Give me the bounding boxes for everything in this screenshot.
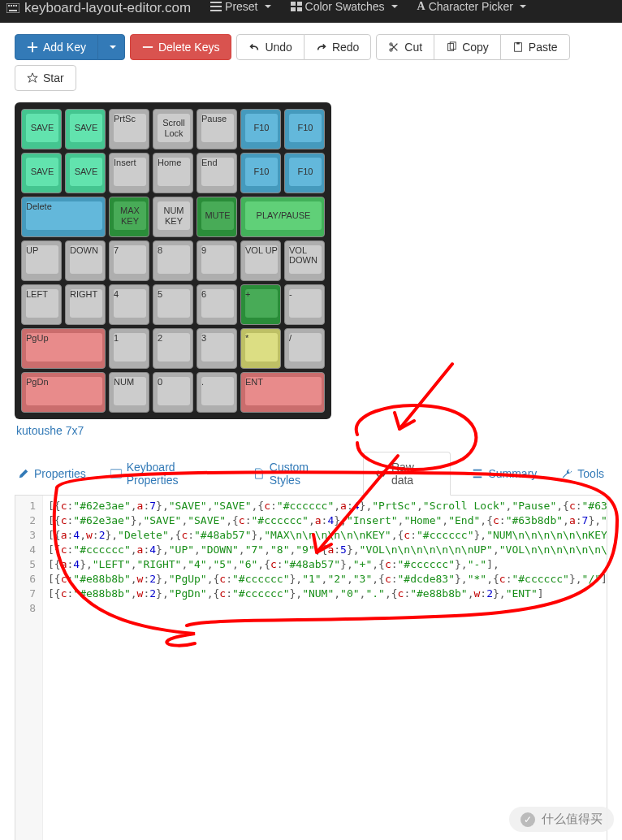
tab-kbdprops-label: Keyboard Properties — [127, 461, 229, 487]
key[interactable]: Delete — [21, 197, 106, 237]
tab-properties-label: Properties — [34, 467, 86, 480]
key[interactable]: / — [284, 328, 325, 369]
key[interactable]: - — [284, 284, 325, 325]
delete-keys-button[interactable]: Delete Keys — [130, 34, 231, 60]
add-key-dropdown[interactable] — [97, 34, 125, 60]
tab-properties[interactable]: Properties — [15, 452, 89, 495]
key[interactable]: 0 — [153, 372, 193, 413]
key[interactable]: SAVE — [21, 153, 62, 193]
tab-summary[interactable]: Summary — [469, 452, 540, 495]
key[interactable]: PLAY/PAUSE — [240, 197, 325, 237]
key-label: End — [201, 158, 218, 167]
key[interactable]: SAVE — [65, 153, 106, 193]
key[interactable]: 4 — [109, 284, 149, 325]
keyboard-area: SAVESAVEPrtScScroll LockPauseF10F10SAVES… — [15, 102, 607, 437]
key[interactable]: SAVE — [65, 109, 106, 149]
key[interactable]: * — [240, 328, 281, 369]
redo-button[interactable]: Redo — [304, 34, 371, 60]
keyboard[interactable]: SAVESAVEPrtScScroll LockPauseF10F10SAVES… — [15, 102, 331, 419]
key[interactable]: 6 — [197, 284, 237, 325]
key[interactable]: PgUp — [21, 328, 106, 369]
key[interactable]: 8 — [153, 240, 193, 281]
add-key-button[interactable]: Add Key — [15, 34, 98, 60]
nav-swatches-label: Color Swatches — [305, 0, 385, 13]
add-key-label: Add Key — [43, 41, 86, 54]
key[interactable]: UP — [21, 240, 62, 281]
key-label: F10 — [298, 123, 313, 132]
key[interactable]: MUTE — [197, 197, 237, 237]
key[interactable]: VOL UP — [240, 240, 281, 281]
key-label: UP — [26, 245, 38, 255]
key[interactable]: Scroll Lock — [153, 109, 193, 149]
tab-custom-styles[interactable]: Custom Styles — [250, 452, 345, 495]
key[interactable]: + — [240, 284, 281, 325]
key-label: PgUp — [26, 333, 49, 343]
caret-icon — [391, 5, 398, 8]
key[interactable]: MAX KEY — [109, 197, 149, 237]
paste-button[interactable]: Paste — [500, 34, 570, 60]
key[interactable]: LEFT — [21, 284, 62, 325]
brand[interactable]: keyboard-layout-editor.com — [6, 0, 191, 16]
key-label: 6 — [201, 289, 206, 299]
key-label: 4 — [114, 289, 119, 299]
wrench-icon — [561, 468, 572, 479]
undo-button[interactable]: Undo — [236, 34, 304, 60]
key[interactable]: 2 — [153, 328, 193, 369]
font-icon: A — [417, 0, 425, 13]
pencil-icon — [18, 468, 29, 479]
key[interactable]: 7 — [109, 240, 149, 281]
key[interactable]: F10 — [284, 109, 325, 149]
redo-label: Redo — [332, 41, 359, 54]
key[interactable]: NUM KEY — [153, 197, 193, 237]
key[interactable]: DOWN — [65, 240, 106, 281]
key[interactable]: SAVE — [21, 109, 62, 149]
key[interactable]: End — [197, 153, 237, 193]
editor-code[interactable]: [{c:"#62e3ae",a:7},"SAVE","SAVE",{c:"#cc… — [43, 496, 607, 840]
key-label: VOL UP — [245, 245, 278, 255]
key[interactable]: NUM — [109, 372, 149, 413]
raw-data-editor[interactable]: 12345678 [{c:"#62e3ae",a:7},"SAVE","SAVE… — [15, 496, 607, 840]
nav-swatches[interactable]: Color Swatches — [291, 0, 398, 13]
key[interactable]: Pause — [197, 109, 237, 149]
key-label: LEFT — [26, 289, 48, 299]
key[interactable]: 5 — [153, 284, 193, 325]
cut-button[interactable]: Cut — [376, 34, 434, 60]
key[interactable]: F10 — [240, 109, 281, 149]
key[interactable]: F10 — [284, 153, 325, 193]
key[interactable]: ENT — [240, 372, 325, 413]
nav-charpicker[interactable]: A Character Picker — [417, 0, 526, 13]
tabs: Properties Keyboard Properties Custom St… — [15, 452, 607, 496]
keyboard-icon — [6, 3, 19, 13]
key[interactable]: RIGHT — [65, 284, 106, 325]
svg-rect-11 — [291, 7, 296, 11]
undo-label: Undo — [265, 41, 292, 54]
key[interactable]: F10 — [240, 153, 281, 193]
key-label: Scroll Lock — [158, 118, 190, 137]
caret-icon — [520, 5, 526, 8]
nav-preset-label: Preset — [225, 0, 257, 13]
keyboard-title[interactable]: kutoushe 7x7 — [15, 419, 607, 437]
tab-tools[interactable]: Tools — [558, 452, 607, 495]
key-label: MAX KEY — [114, 206, 146, 225]
key-label: PLAY/PAUSE — [257, 210, 311, 220]
plus-icon — [27, 41, 38, 53]
cut-label: Cut — [404, 41, 422, 54]
key[interactable]: 1 — [109, 328, 149, 369]
key[interactable]: VOL DOWN — [284, 240, 325, 281]
tab-raw-label: Raw data — [391, 461, 439, 487]
key[interactable]: PgDn — [21, 372, 106, 413]
tab-keyboard-properties[interactable]: Keyboard Properties — [107, 452, 232, 495]
key[interactable]: 3 — [197, 328, 237, 369]
key[interactable]: . — [197, 372, 237, 413]
key-label: 0 — [158, 377, 162, 387]
copy-button[interactable]: Copy — [434, 34, 501, 60]
key[interactable]: Home — [153, 153, 193, 193]
key-label: 3 — [201, 333, 206, 343]
nav-preset[interactable]: Preset — [210, 0, 270, 13]
key[interactable]: PrtSc — [109, 109, 149, 149]
tab-raw-data[interactable]: Raw data — [363, 452, 451, 496]
redo-icon — [316, 41, 327, 53]
star-button[interactable]: Star — [15, 65, 76, 91]
key[interactable]: Insert — [109, 153, 149, 193]
key[interactable]: 9 — [197, 240, 237, 281]
